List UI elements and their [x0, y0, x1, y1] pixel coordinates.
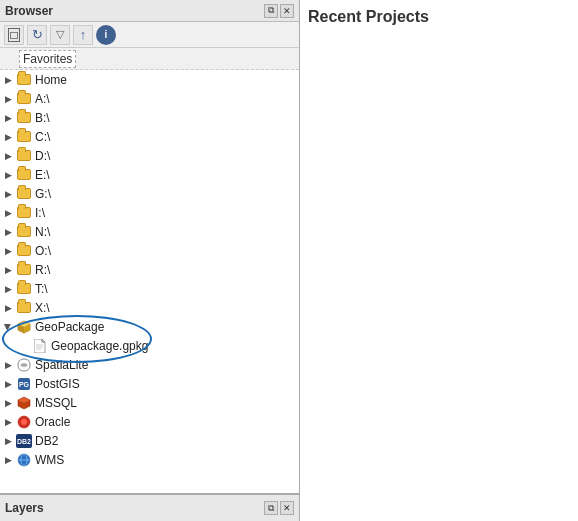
g-folder-icon — [16, 186, 32, 202]
tree-item-x[interactable]: ▶ X:\ — [0, 298, 299, 317]
home-folder-icon — [16, 72, 32, 88]
c-label: C:\ — [35, 130, 50, 144]
wms-arrow: ▶ — [0, 455, 16, 465]
t-label: T:\ — [35, 282, 48, 296]
db2-label: DB2 — [35, 434, 58, 448]
layers-header-controls: ⧉ ✕ — [264, 501, 294, 515]
tree-item-geopackage[interactable]: ▶ GeoPackage — [0, 317, 299, 336]
mssql-label: MSSQL — [35, 396, 77, 410]
e-folder-icon — [16, 167, 32, 183]
recent-projects-title: Recent Projects — [308, 8, 570, 26]
tree-item-postgis[interactable]: ▶ PG PostGIS — [0, 374, 299, 393]
g-arrow: ▶ — [0, 189, 16, 199]
postgis-icon: PG — [16, 376, 32, 392]
layers-title: Layers — [5, 501, 44, 515]
tree-item-spatialite[interactable]: ▶ SpatiaLite — [0, 355, 299, 374]
oracle-arrow: ▶ — [0, 417, 16, 427]
spatialite-icon — [16, 357, 32, 373]
geopackage-arrow: ▶ — [3, 319, 13, 335]
tree-item-geopackage-file[interactable]: Geopackage.gpkg — [0, 336, 299, 355]
tree-item-b[interactable]: ▶ B:\ — [0, 108, 299, 127]
geopackage-label: GeoPackage — [35, 320, 104, 334]
spatialite-arrow: ▶ — [0, 360, 16, 370]
filter-button[interactable]: ▽ — [50, 25, 70, 45]
info-icon: i — [105, 29, 108, 40]
refresh-button[interactable]: ↻ — [27, 25, 47, 45]
db2-icon: DB2 — [16, 433, 32, 449]
svg-point-14 — [21, 419, 27, 425]
tree-item-d[interactable]: ▶ D:\ — [0, 146, 299, 165]
tree-item-i[interactable]: ▶ I:\ — [0, 203, 299, 222]
oracle-label: Oracle — [35, 415, 70, 429]
browser-header-controls: ⧉ ✕ — [264, 4, 294, 18]
browser-header: Browser ⧉ ✕ — [0, 0, 299, 22]
geopackage-icon — [16, 319, 32, 335]
tree-item-c[interactable]: ▶ C:\ — [0, 127, 299, 146]
collapse-button[interactable]: ↑ — [73, 25, 93, 45]
c-folder-icon — [16, 129, 32, 145]
d-folder-icon — [16, 148, 32, 164]
new-button[interactable]: □ — [4, 25, 24, 45]
browser-float-button[interactable]: ⧉ — [264, 4, 278, 18]
tree-item-t[interactable]: ▶ T:\ — [0, 279, 299, 298]
x-arrow: ▶ — [0, 303, 16, 313]
r-folder-icon — [16, 262, 32, 278]
tree-item-home[interactable]: ▶ Home — [0, 70, 299, 89]
geopackage-file-label: Geopackage.gpkg — [51, 339, 148, 353]
tree-item-a[interactable]: ▶ A:\ — [0, 89, 299, 108]
tree-item-o[interactable]: ▶ O:\ — [0, 241, 299, 260]
o-folder-icon — [16, 243, 32, 259]
tree-item-e[interactable]: ▶ E:\ — [0, 165, 299, 184]
browser-title: Browser — [5, 4, 53, 18]
layers-float-button[interactable]: ⧉ — [264, 501, 278, 515]
tree-item-g[interactable]: ▶ G:\ — [0, 184, 299, 203]
info-button[interactable]: i — [96, 25, 116, 45]
new-icon: □ — [8, 28, 19, 42]
favorites-section: Favorites — [0, 48, 299, 70]
t-arrow: ▶ — [0, 284, 16, 294]
postgis-arrow: ▶ — [0, 379, 16, 389]
n-folder-icon — [16, 224, 32, 240]
browser-close-button[interactable]: ✕ — [280, 4, 294, 18]
db2-arrow: ▶ — [0, 436, 16, 446]
a-folder-icon — [16, 91, 32, 107]
main-container: Browser ⧉ ✕ □ ↻ ▽ ↑ i — [0, 0, 578, 521]
tree-item-oracle[interactable]: ▶ Oracle — [0, 412, 299, 431]
n-label: N:\ — [35, 225, 50, 239]
x-folder-icon — [16, 300, 32, 316]
a-arrow: ▶ — [0, 94, 16, 104]
x-label: X:\ — [35, 301, 50, 315]
mssql-arrow: ▶ — [0, 398, 16, 408]
b-arrow: ▶ — [0, 113, 16, 123]
tree-item-mssql[interactable]: ▶ MSSQL — [0, 393, 299, 412]
o-arrow: ▶ — [0, 246, 16, 256]
layers-close-button[interactable]: ✕ — [280, 501, 294, 515]
i-folder-icon — [16, 205, 32, 221]
layers-panel: Layers ⧉ ✕ — [0, 493, 299, 521]
browser-panel: Browser ⧉ ✕ □ ↻ ▽ ↑ i — [0, 0, 300, 521]
tree-item-wms[interactable]: ▶ WMS — [0, 450, 299, 469]
t-folder-icon — [16, 281, 32, 297]
d-arrow: ▶ — [0, 151, 16, 161]
browser-toolbar: □ ↻ ▽ ↑ i — [0, 22, 299, 48]
n-arrow: ▶ — [0, 227, 16, 237]
browser-tree[interactable]: Favorites ▶ Home ▶ A:\ ▶ B:\ ▶ C: — [0, 48, 299, 493]
svg-text:DB2: DB2 — [17, 438, 31, 445]
tree-item-r[interactable]: ▶ R:\ — [0, 260, 299, 279]
home-label: Home — [35, 73, 67, 87]
o-label: O:\ — [35, 244, 51, 258]
g-label: G:\ — [35, 187, 51, 201]
i-label: I:\ — [35, 206, 45, 220]
recent-projects-panel: Recent Projects — [300, 0, 578, 521]
svg-text:PG: PG — [19, 381, 30, 388]
tree-item-n[interactable]: ▶ N:\ — [0, 222, 299, 241]
home-arrow: ▶ — [0, 75, 16, 85]
collapse-icon: ↑ — [80, 27, 87, 42]
mssql-icon — [16, 395, 32, 411]
b-label: B:\ — [35, 111, 50, 125]
c-arrow: ▶ — [0, 132, 16, 142]
r-label: R:\ — [35, 263, 50, 277]
tree-item-db2[interactable]: ▶ DB2 DB2 — [0, 431, 299, 450]
svg-marker-5 — [42, 339, 45, 342]
e-arrow: ▶ — [0, 170, 16, 180]
